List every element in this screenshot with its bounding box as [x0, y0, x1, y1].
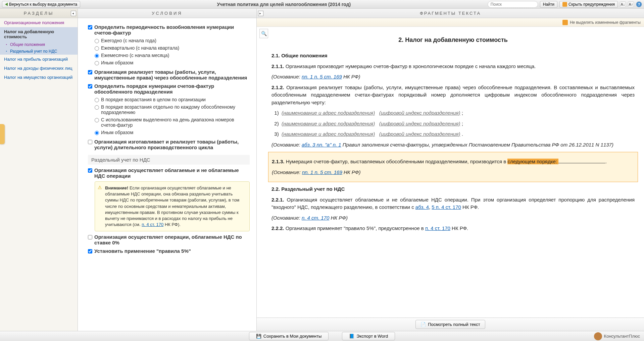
help-icon[interactable]: ?	[636, 1, 642, 7]
link-170-3[interactable]: п. 4 ст. 170	[425, 225, 450, 231]
sidebar-item[interactable]: Налог на имущество организаций	[0, 73, 78, 82]
radio-option[interactable]: В порядке возрастания отдельно по каждом…	[88, 103, 250, 116]
sidebar-collapse-icon[interactable]: ◂	[71, 11, 76, 16]
radio[interactable]	[95, 61, 99, 65]
bottom-bar: 💾 Сохранить в Мои документы 📘 Экспорт в …	[0, 331, 644, 341]
search-input[interactable]	[488, 1, 538, 8]
q5-checkbox[interactable]	[88, 168, 92, 173]
document-text[interactable]: 2. Налог на добавленную стоимость 2.1. О…	[257, 27, 644, 331]
sidebar-item[interactable]: Организационные положения	[0, 18, 78, 27]
q7[interactable]: Установить применение "правила 5%"	[88, 248, 250, 254]
q7-checkbox[interactable]	[88, 249, 92, 253]
q1-checkbox[interactable]	[88, 25, 92, 30]
radio[interactable]	[95, 131, 99, 135]
main-area: РАЗДЕЛЫ◂ Организационные положенияНалог …	[0, 9, 644, 331]
find-button[interactable]: Найти	[540, 1, 557, 8]
nk3: НК РФ)	[329, 215, 348, 221]
fill-idx-3: (цифровой индекс подразделения)	[379, 131, 460, 137]
font-larger-icon[interactable]: A↑	[628, 1, 634, 7]
p212b: Правил заполнения счета-фактуры, утвержд…	[341, 142, 613, 148]
fragments-expand-icon[interactable]: ▸	[258, 11, 263, 16]
link-170-1[interactable]: 5 п. 4 ст. 170	[432, 204, 461, 210]
fill-name-1: (наименование и адрес подразделения)	[282, 110, 375, 116]
link-169-1[interactable]: пп. 1 п. 5 ст. 169	[302, 74, 342, 79]
link-169-2[interactable]: пп. 1 п. 5 ст. 169	[302, 169, 342, 175]
radio-option[interactable]: Иным образом	[88, 59, 250, 66]
fragments-panel: ▸ФРАГМЕНТЫ ТЕКСТА Не выделять измененные…	[257, 9, 644, 331]
warn-icon	[562, 2, 567, 7]
radio-label: Ежегодно (с начала года)	[101, 38, 156, 43]
blank-line	[558, 163, 605, 163]
radio[interactable]	[95, 46, 99, 51]
q6-checkbox[interactable]	[88, 235, 92, 239]
q4-checkbox[interactable]	[88, 140, 92, 144]
radio-option[interactable]: Ежеквартально (с начала квартала)	[88, 44, 250, 52]
osn1: (Основание:	[271, 74, 302, 79]
q5-label: Организация осуществляет облагаемые и не…	[94, 167, 250, 179]
doc-heading: 2. Налог на добавленную стоимость	[271, 36, 635, 45]
magnify-icon[interactable]: 🔍	[259, 29, 268, 38]
link-abz3[interactable]: абз. 3 пп. "а" п. 1	[302, 142, 341, 148]
fill-name-2: (наименование и адрес подразделения)	[282, 121, 375, 126]
q3[interactable]: Определить порядок нумерации счетов-факт…	[88, 83, 250, 95]
osn3: (Основание:	[272, 169, 302, 175]
back-button[interactable]: Вернуться к выбору вида документа	[2, 1, 80, 8]
full-text-button[interactable]: 📄 Посмотреть полный текст	[415, 320, 485, 329]
export-label: Экспорт в Word	[356, 334, 388, 339]
hide-label: Скрыть предупреждения	[568, 2, 615, 7]
q2[interactable]: Организация реализует товары (работы, ус…	[88, 69, 250, 80]
radio[interactable]	[95, 105, 99, 110]
sidebar-header-label: РАЗДЕЛЫ	[24, 11, 54, 16]
top-toolbar: Вернуться к выбору вида документа Учетна…	[0, 0, 644, 9]
radio-option[interactable]: В порядке возрастания в целом по организ…	[88, 96, 250, 103]
radio-option[interactable]: С использованием выделенного на день диа…	[88, 116, 250, 129]
fragments-header-label: ФРАГМЕНТЫ ТЕКСТА	[420, 11, 481, 16]
conditions-body[interactable]: Определить периодичность возобновления н…	[78, 18, 256, 331]
radio-label: Ежемесячно (с начала месяца)	[101, 53, 169, 58]
font-smaller-icon[interactable]: A↓	[620, 1, 626, 7]
radio[interactable]	[95, 98, 99, 102]
sidebar-item[interactable]: Налог на доходы физических лиц	[0, 64, 78, 73]
conditions-header: УСЛОВИЯ	[78, 9, 256, 18]
nk2: НК РФ)	[342, 169, 361, 175]
radio-option[interactable]: Иным образом	[88, 129, 250, 136]
q5[interactable]: Организация осуществляет облагаемые и не…	[88, 167, 250, 179]
q2-label: Организация реализует товары (работы, ус…	[94, 69, 250, 80]
radio[interactable]	[95, 39, 99, 43]
sec-21: 2.1. Общие положения	[271, 53, 327, 58]
q2-checkbox[interactable]	[88, 70, 92, 74]
doc-title: Учетная политика для целей налогообложен…	[82, 2, 485, 7]
radio-label: Иным образом	[101, 60, 133, 65]
sidebar-item[interactable]: Налог на добавленную стоимость	[0, 27, 78, 41]
q6[interactable]: Организация осуществляет операции, облаг…	[88, 234, 250, 245]
hide-warnings-button[interactable]: Скрыть предупреждения	[559, 1, 618, 8]
radio[interactable]	[95, 118, 99, 122]
brand-logo: КонсультантПлюс	[594, 332, 640, 340]
sidebar-subitem[interactable]: Общие положения	[0, 41, 78, 48]
link-abz4[interactable]: абз. 4	[415, 204, 429, 210]
radio[interactable]	[95, 54, 99, 58]
sidebar-subitem[interactable]: Раздельный учет по НДС	[0, 48, 78, 55]
save-button[interactable]: 💾 Сохранить в Мои документы	[249, 332, 329, 340]
side-tab-icon[interactable]	[0, 124, 5, 144]
nav-list: Организационные положенияНалог на добавл…	[0, 18, 78, 82]
sidebar-item[interactable]: Налог на прибыль организаций	[0, 55, 78, 64]
radio-option[interactable]: Ежегодно (с начала года)	[88, 37, 250, 44]
link-170-2[interactable]: п. 4 ст. 170	[302, 215, 329, 221]
q3-checkbox[interactable]	[88, 84, 92, 89]
export-word-button[interactable]: 📘 Экспорт в Word	[342, 332, 395, 340]
brand-icon	[594, 332, 602, 340]
fragments-subbar: Не выделять измененные фрагменты	[257, 18, 644, 27]
highlight-toggle[interactable]: Не выделять измененные фрагменты	[570, 20, 641, 25]
radio-option[interactable]: Ежемесячно (с начала месяца)	[88, 52, 250, 59]
warn-link[interactable]: п. 4 ст. 170	[142, 222, 163, 227]
q1-label: Определить периодичность возобновления н…	[94, 24, 250, 36]
q1[interactable]: Определить периодичность возобновления н…	[88, 24, 250, 36]
osn4: (Основание:	[271, 215, 302, 221]
radio-label: Иным образом	[101, 130, 133, 135]
radio-label: Ежеквартально (с начала квартала)	[101, 45, 179, 51]
fill-name-3: (наименование и адрес подразделения)	[282, 131, 375, 137]
fill-idx-2: (цифровой индекс подразделения)	[379, 121, 460, 126]
brand-label: КонсультантПлюс	[604, 334, 640, 339]
q4[interactable]: Организация изготавливает и реализует то…	[88, 139, 250, 150]
